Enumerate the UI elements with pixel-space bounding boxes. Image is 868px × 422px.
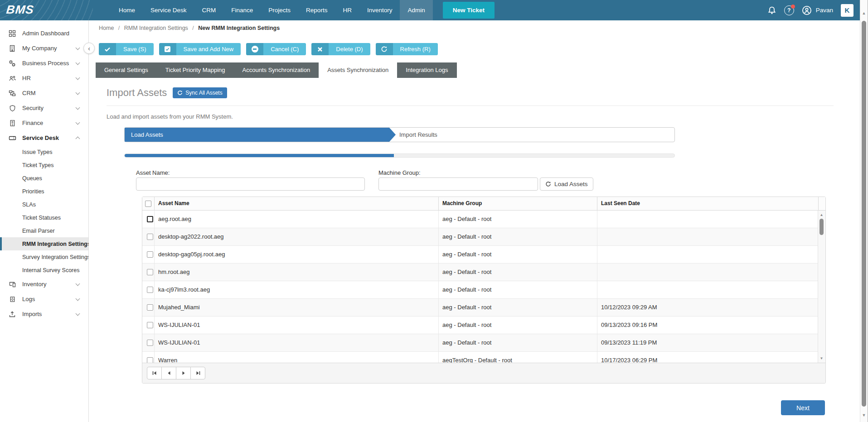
sidebar-item-inventory[interactable]: Inventory [0, 277, 88, 292]
row-checkbox[interactable] [147, 251, 153, 258]
pager-first-page-button[interactable] [147, 367, 162, 379]
nav-item-reports[interactable]: Reports [298, 0, 335, 20]
nav-item-service-desk[interactable]: Service Desk [143, 0, 194, 20]
column-header-machine-group[interactable]: Machine Group [439, 197, 597, 210]
nav-item-home[interactable]: Home [111, 0, 143, 20]
top-navbar: BMS Home Service Desk CRM Finance Projec… [0, 0, 860, 20]
tab-ticket-priority-mapping[interactable]: Ticket Priority Mapping [157, 62, 234, 78]
chevron-down-icon [76, 296, 80, 301]
table-row[interactable]: Mujahed_Miami aeg - Default - root 10/12… [142, 299, 825, 316]
table-scrollbar-thumb[interactable] [820, 219, 824, 235]
tab-assets-synchronization[interactable]: Assets Synchronization [319, 62, 397, 78]
wizard-step-load-assets[interactable]: Load Assets [125, 128, 396, 142]
table-row[interactable]: desktop-gag05pj.root.aeg aeg - Default -… [142, 246, 825, 264]
sidebar-item-business-process[interactable]: Business Process [0, 56, 88, 71]
svg-text:$: $ [12, 123, 13, 125]
nav-item-inventory[interactable]: Inventory [359, 0, 400, 20]
sidebar-collapse-button[interactable]: ‹ [83, 43, 95, 54]
nav-item-projects[interactable]: Projects [261, 0, 298, 20]
page-scrollbar-thumb[interactable] [862, 21, 866, 407]
sidebar-item-survey-integration-settings[interactable]: Survey Integration Settings [0, 250, 88, 264]
delete-button[interactable]: Delete (D) [311, 43, 370, 55]
table-row[interactable]: ka-cj97lm3.root.aeg aeg - Default - root [142, 281, 825, 299]
sidebar-item-slas[interactable]: SLAs [0, 198, 88, 211]
chevron-down-icon [76, 311, 80, 316]
next-button[interactable]: Next [781, 400, 825, 415]
sync-all-assets-button[interactable]: Sync All Assets [173, 87, 227, 98]
tab-integration-logs[interactable]: Integration Logs [397, 62, 456, 78]
sidebar-item-email-parser[interactable]: Email Parser [0, 224, 88, 237]
notifications-bell-icon[interactable] [767, 6, 776, 15]
row-checkbox[interactable] [147, 357, 153, 363]
nav-item-admin[interactable]: Admin [400, 0, 432, 20]
sidebar-item-admin-dashboard[interactable]: Admin Dashboard [0, 26, 88, 41]
scroll-up-arrow-icon[interactable]: ▲ [818, 213, 825, 217]
cancel-button[interactable]: Cancel (C) [246, 43, 306, 55]
table-row[interactable]: WS-IJULIAN-01 aeg - Default - root 09/13… [142, 334, 825, 352]
scroll-down-arrow-icon[interactable]: ▼ [860, 413, 868, 417]
row-checkbox[interactable] [147, 216, 153, 222]
load-assets-button[interactable]: Load Assets [540, 177, 593, 191]
scroll-down-arrow-icon[interactable]: ▼ [818, 356, 825, 360]
row-checkbox[interactable] [147, 304, 153, 311]
sidebar-item-security[interactable]: Security [0, 101, 88, 115]
select-all-checkbox[interactable] [145, 201, 151, 207]
table-scrollbar[interactable]: ▲ ▼ [818, 211, 825, 363]
new-ticket-button[interactable]: New Ticket [443, 2, 495, 19]
sidebar-item-service-desk[interactable]: Service Desk [0, 130, 88, 145]
sidebar-item-crm[interactable]: CRM [0, 86, 88, 101]
save-and-add-new-button[interactable]: Save and Add New [159, 43, 241, 55]
sidebar-item-imports[interactable]: Imports [0, 307, 88, 321]
chevron-down-icon [76, 281, 80, 286]
sidebar-item-my-company[interactable]: My Company [0, 41, 88, 56]
sidebar-item-priorities[interactable]: Priorities [0, 185, 88, 198]
sidebar-item-hr[interactable]: HR [0, 71, 88, 86]
action-toolbar: Save (S) Save and Add New Cancel (C) Del… [99, 43, 438, 55]
kaseya-logo[interactable]: K [841, 4, 853, 17]
table-row[interactable]: hm.root.aeg aeg - Default - root [142, 264, 825, 281]
sidebar-item-finance[interactable]: $ Finance [0, 115, 88, 130]
table-row[interactable]: Warren aegTestOrg - Default - root 10/17… [142, 352, 825, 363]
asset-name-input[interactable] [136, 177, 365, 191]
user-avatar-icon[interactable] [802, 5, 812, 15]
pager-last-page-button[interactable] [190, 367, 205, 379]
table-row[interactable]: desktop-ag2022.root.aeg aeg - Default - … [142, 228, 825, 246]
column-header-last-seen-date[interactable]: Last Seen Date [597, 197, 819, 210]
table-row[interactable]: aeg.root.aeg aeg - Default - root [142, 211, 825, 228]
wizard-step-import-results[interactable]: Import Results [399, 128, 437, 142]
sidebar-item-ticket-statuses[interactable]: Ticket Statuses [0, 211, 88, 224]
sidebar-item-rmm-integration-settings[interactable]: RMM Integration Settings [0, 237, 88, 250]
chevron-down-icon [76, 60, 80, 65]
scroll-up-arrow-icon[interactable]: ▲ [860, 11, 868, 15]
row-checkbox[interactable] [147, 287, 153, 293]
row-checkbox[interactable] [147, 340, 153, 346]
sidebar-item-logs[interactable]: Logs [0, 292, 88, 307]
sidebar-item-issue-types[interactable]: Issue Types [0, 145, 88, 158]
bms-logo[interactable]: BMS [5, 3, 34, 17]
sidebar-item-queues[interactable]: Queues [0, 172, 88, 185]
row-checkbox[interactable] [147, 322, 153, 328]
pager-next-page-button[interactable] [176, 367, 191, 379]
machine-group-input[interactable] [378, 177, 538, 191]
refresh-button[interactable]: Refresh (R) [376, 43, 438, 55]
save-button[interactable]: Save (S) [99, 43, 154, 55]
select-all-cell [142, 197, 155, 210]
row-checkbox[interactable] [147, 234, 153, 240]
page-scrollbar[interactable]: ▲ ▼ [860, 0, 868, 422]
admin-sidebar: Admin Dashboard My Company Business Proc… [0, 20, 89, 422]
nav-item-hr[interactable]: HR [335, 0, 359, 20]
breadcrumb-rmm-integration-settings[interactable]: RMM Integration Settings [124, 25, 188, 31]
sidebar-item-ticket-types[interactable]: Ticket Types [0, 158, 88, 172]
help-icon[interactable]: ? [784, 5, 794, 15]
sidebar-item-internal-survey-scores[interactable]: Internal Survey Scores [0, 264, 88, 277]
breadcrumb-home[interactable]: Home [99, 25, 114, 31]
tab-accounts-synchronization[interactable]: Accounts Synchronization [234, 62, 319, 78]
nav-item-crm[interactable]: CRM [194, 0, 224, 20]
user-name[interactable]: Pavan [816, 7, 833, 14]
nav-item-finance[interactable]: Finance [223, 0, 261, 20]
tab-general-settings[interactable]: General Settings [96, 62, 157, 78]
table-row[interactable]: WS-IJULIAN-01 aeg - Default - root 09/13… [142, 316, 825, 334]
column-header-asset-name[interactable]: Asset Name [155, 197, 439, 210]
row-checkbox[interactable] [147, 269, 153, 275]
pager-previous-page-button[interactable] [161, 367, 176, 379]
